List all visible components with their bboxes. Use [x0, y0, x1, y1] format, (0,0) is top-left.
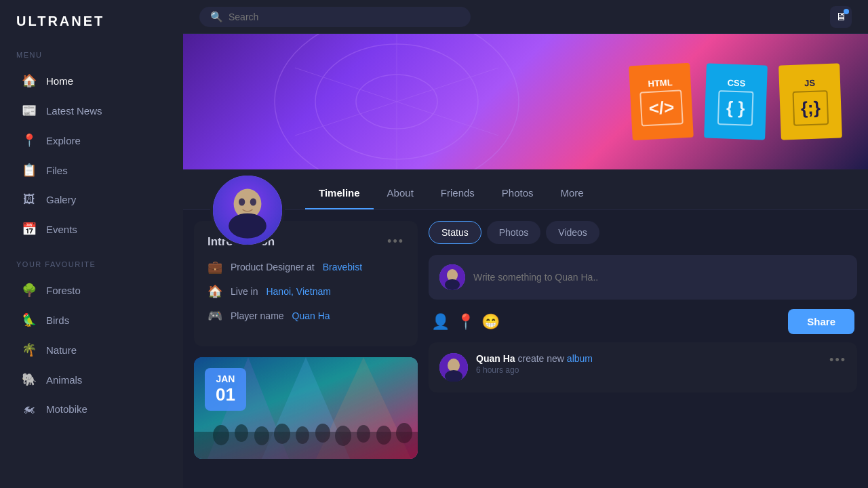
sidebar-item-foresto[interactable]: 🌳 Foresto — [5, 276, 178, 304]
tab-status[interactable]: Status — [429, 221, 481, 244]
post-meta: Quan Ha create new album — [476, 353, 821, 364]
game-icon: 🎮 — [208, 308, 222, 323]
svg-point-8 — [229, 214, 267, 239]
favourites-section-label: YOUR FAVOURITE — [0, 260, 183, 275]
sidebar: ULTRANET MENU 🏠 Home 📰 Latest News 📍 Exp… — [0, 0, 183, 488]
post-more-button[interactable]: ••• — [829, 353, 846, 367]
sidebar-item-nature[interactable]: 🌴 Nature — [5, 336, 178, 364]
svg-point-27 — [445, 279, 460, 290]
sidebar-item-label: Nature — [46, 344, 77, 356]
news-icon: 📰 — [22, 103, 37, 118]
search-icon: 🔍 — [210, 11, 223, 23]
player-label: Player name — [231, 310, 284, 321]
html-symbol: </> — [639, 89, 683, 126]
sidebar-item-animals[interactable]: 🐘 Animals — [5, 365, 178, 394]
profile-avatar-wrap — [210, 173, 285, 247]
sidebar-item-latest-news[interactable]: 📰 Latest News — [5, 96, 178, 125]
job-link[interactable]: Bravebist — [323, 262, 362, 272]
sidebar-item-files[interactable]: 📋 Files — [5, 156, 178, 184]
location-emoji-button[interactable]: 📍 — [456, 313, 475, 331]
post-avatar-image — [439, 353, 468, 382]
home-icon: 🏠 — [22, 73, 37, 88]
post-action: create new — [517, 353, 566, 364]
explore-icon: 📍 — [22, 133, 37, 148]
css-label: CSS — [727, 78, 745, 89]
search-box[interactable]: 🔍 — [199, 7, 471, 27]
profile-banner: HTML </> CSS { } JS {;} — [183, 34, 868, 169]
tab-videos-status[interactable]: Videos — [546, 221, 599, 244]
svg-point-17 — [254, 426, 269, 445]
search-input[interactable] — [229, 12, 460, 22]
person-emoji-button[interactable]: 👤 — [431, 313, 450, 331]
share-button[interactable]: Share — [788, 309, 854, 334]
notification-dot — [844, 9, 849, 14]
app-logo: ULTRANET — [0, 14, 183, 45]
post-content: Quan Ha create new album 6 hours ago — [476, 353, 821, 375]
event-thumbnail: Jan 01 — [194, 357, 418, 459]
tab-about[interactable]: About — [374, 178, 427, 209]
sidebar-item-label: Galery — [46, 194, 76, 205]
nature-icon: 🌴 — [22, 342, 37, 357]
header-right: 🖥 — [830, 6, 852, 28]
svg-point-21 — [335, 426, 351, 446]
svg-point-18 — [274, 424, 290, 444]
location-link[interactable]: Hanoi, Vietnam — [266, 286, 330, 297]
post-card: Quan Ha create new album 6 hours ago ••• — [429, 342, 857, 392]
tab-photos[interactable]: Photos — [488, 178, 547, 209]
write-box — [429, 255, 857, 300]
tab-photos-status[interactable]: Photos — [487, 221, 541, 244]
notification-button[interactable]: 🖥 — [830, 6, 852, 28]
sidebar-item-label: Files — [46, 165, 68, 176]
post-album-link[interactable]: album — [567, 353, 593, 364]
foresto-icon: 🌳 — [22, 283, 37, 298]
sidebar-item-explore[interactable]: 📍 Explore — [5, 126, 178, 155]
player-link[interactable]: Quan Ha — [292, 310, 330, 321]
tab-more[interactable]: More — [547, 178, 597, 209]
sidebar-item-label: Birds — [46, 314, 69, 326]
svg-point-23 — [376, 426, 391, 445]
tab-timeline[interactable]: Timeline — [305, 178, 374, 209]
motobike-icon: 🏍 — [22, 402, 37, 416]
css-file-icon: CSS { } — [704, 63, 768, 140]
content-area: HTML </> CSS { } JS {;} — [183, 34, 868, 488]
gallery-icon: 🖼 — [22, 192, 37, 207]
html-label: HTML — [648, 77, 673, 89]
js-symbol: {;} — [792, 90, 829, 126]
main-panel: 🔍 🖥 — [183, 0, 868, 488]
svg-point-22 — [357, 425, 370, 443]
tab-friends[interactable]: Friends — [427, 178, 488, 209]
event-day: 01 — [216, 384, 235, 405]
svg-point-10 — [250, 198, 256, 205]
birds-icon: 🦜 — [22, 312, 37, 327]
home-location-icon: 🏠 — [208, 284, 222, 299]
info-row-location: 🏠 Live in Hanoi, Vietnam — [208, 284, 404, 299]
css-symbol: { } — [717, 90, 753, 126]
sidebar-item-gallery[interactable]: 🖼 Galery — [5, 186, 178, 214]
action-bar: 👤 📍 😁 Share — [429, 309, 857, 342]
sidebar-item-label: Explore — [46, 135, 81, 146]
profile-layout: Introduction ••• 💼 Product Designer at B… — [183, 210, 868, 470]
status-tabs: Status Photos Videos — [429, 221, 857, 244]
mini-avatar — [439, 264, 465, 290]
svg-point-19 — [296, 426, 309, 444]
sidebar-item-birds[interactable]: 🦜 Birds — [5, 306, 178, 334]
sidebar-item-home[interactable]: 🏠 Home — [5, 66, 178, 95]
info-row-job: 💼 Product Designer at Bravebist — [208, 260, 404, 274]
info-row-player: 🎮 Player name Quan Ha — [208, 308, 404, 323]
animals-icon: 🐘 — [22, 372, 37, 387]
sidebar-item-label: Animals — [46, 374, 82, 386]
js-file-icon: JS {;} — [778, 63, 842, 140]
introduction-more-button[interactable]: ••• — [387, 235, 404, 249]
write-input[interactable] — [473, 272, 846, 283]
sidebar-item-events[interactable]: 📅 Events — [5, 215, 178, 243]
profile-banner-section: HTML </> CSS { } JS {;} — [183, 34, 868, 210]
files-icon: 📋 — [22, 163, 37, 178]
html-file-icon: HTML </> — [629, 63, 694, 141]
profile-left-column: Introduction ••• 💼 Product Designer at B… — [194, 221, 418, 459]
job-label: Product Designer at — [231, 262, 315, 272]
sidebar-item-motobike[interactable]: 🏍 Motobike — [5, 395, 178, 423]
header: 🔍 🖥 — [183, 0, 868, 34]
sidebar-item-label: Events — [46, 224, 77, 235]
smile-emoji-button[interactable]: 😁 — [481, 313, 500, 331]
avatar — [210, 173, 285, 247]
